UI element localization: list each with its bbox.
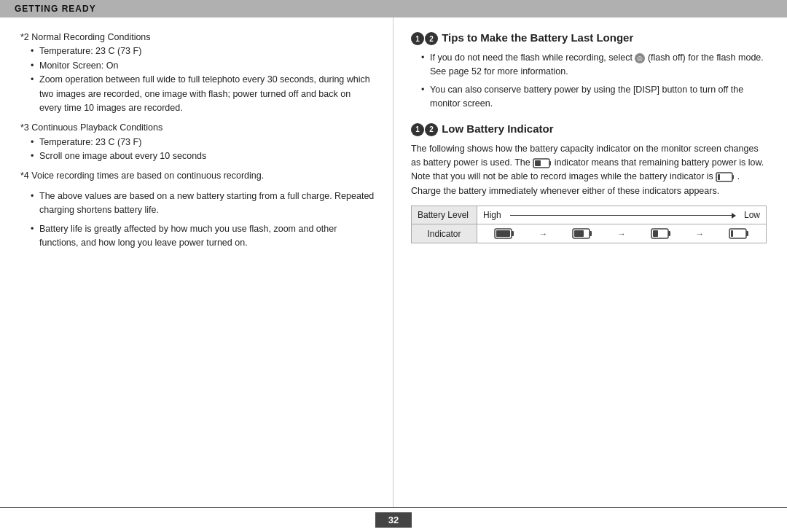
header-bar: GETTING READY — [0, 0, 787, 17]
tips-heading: 12 Tips to Make the Battery Last Longer — [411, 31, 767, 45]
asterisk4-text: *4 Voice recording times are based on co… — [20, 171, 264, 181]
svg-rect-5 — [718, 174, 720, 180]
battery-full-icon — [494, 228, 514, 239]
left-column: *2 Normal Recording Conditions Temperatu… — [0, 17, 394, 507]
indicator-icons-cell: → → — [477, 224, 767, 243]
list-item: You can also conserve battery power by u… — [421, 83, 767, 112]
battery-level-row: Battery Level High Low — [412, 206, 767, 224]
list-item: Battery life is greatly affected by how … — [31, 222, 375, 251]
low-battery-section: 12 Low Battery Indicator The following s… — [411, 122, 767, 244]
list-item: If you do not need the flash while recor… — [421, 51, 767, 79]
arrow-sym-2: → — [617, 229, 626, 239]
svg-rect-16 — [746, 231, 748, 236]
num-icon-2b: 2 — [425, 123, 438, 136]
indicator-row: Indicator → — [412, 224, 767, 243]
asterisk3-title: *3 Continuous Playback Conditions — [20, 121, 375, 135]
page-number: 32 — [375, 512, 412, 528]
low-label: Low — [744, 210, 760, 220]
num-icon-1b: 1 — [411, 123, 424, 136]
svg-rect-10 — [590, 231, 592, 236]
bottom-bullets: The above values are based on a new batt… — [20, 189, 375, 251]
svg-rect-4 — [732, 175, 734, 179]
list-item: Temperature: 23 C (73 F) — [31, 44, 375, 58]
num-icon-2: 2 — [425, 32, 438, 45]
svg-rect-7 — [512, 231, 514, 236]
asterisk3-block: *3 Continuous Playback Conditions Temper… — [20, 121, 375, 163]
asterisk3-list: Temperature: 23 C (73 F) Scroll one imag… — [20, 136, 375, 164]
svg-rect-1 — [549, 161, 551, 165]
battery-table: Battery Level High Low Indicator — [411, 206, 767, 243]
footer: 32 — [0, 507, 787, 532]
svg-rect-11 — [574, 230, 584, 237]
asterisk2-list: Temperature: 23 C (73 F) Monitor Screen:… — [20, 44, 375, 115]
low-battery-body: The following shows how the battery capa… — [411, 142, 767, 199]
svg-rect-2 — [535, 160, 541, 166]
list-item: Monitor Screen: On — [31, 59, 375, 73]
battery-level-label: Battery Level — [412, 206, 477, 224]
asterisk2-title: *2 Normal Recording Conditions — [20, 31, 375, 44]
arrow-sym-3: → — [695, 229, 704, 239]
num-icon-1: 1 — [411, 32, 424, 45]
list-item: Temperature: 23 C (73 F) — [31, 136, 375, 149]
svg-rect-13 — [668, 231, 670, 236]
tips-list: If you do not need the flash while recor… — [411, 51, 767, 112]
asterisk2-block: *2 Normal Recording Conditions Temperatu… — [20, 31, 375, 115]
right-column: 12 Tips to Make the Battery Last Longer … — [394, 17, 787, 507]
arrow-sym-1: → — [539, 229, 548, 239]
battery-level-scale: High Low — [477, 206, 767, 224]
main-content: *2 Normal Recording Conditions Temperatu… — [0, 17, 787, 507]
high-label: High — [483, 210, 501, 220]
indicator-icons: → → — [483, 228, 760, 239]
low-battery-heading: 12 Low Battery Indicator — [411, 122, 767, 136]
tips-section: 12 Tips to Make the Battery Last Longer … — [411, 31, 767, 112]
list-item: Scroll one image about every 10 seconds — [31, 149, 375, 163]
list-item: Zoom operation between full wide to full… — [31, 73, 375, 115]
svg-rect-17 — [731, 230, 733, 237]
svg-rect-14 — [653, 230, 658, 237]
asterisk4-block: *4 Voice recording times are based on co… — [20, 169, 375, 183]
arrow-line — [510, 215, 735, 216]
indicator-label: Indicator — [412, 224, 477, 243]
battery-low-icon — [651, 228, 671, 239]
header-label: GETTING READY — [15, 4, 96, 14]
battery-75-icon — [572, 228, 592, 239]
list-item: The above values are based on a new batt… — [31, 189, 375, 218]
battery-critical-icon — [729, 228, 749, 239]
svg-rect-8 — [496, 230, 510, 237]
